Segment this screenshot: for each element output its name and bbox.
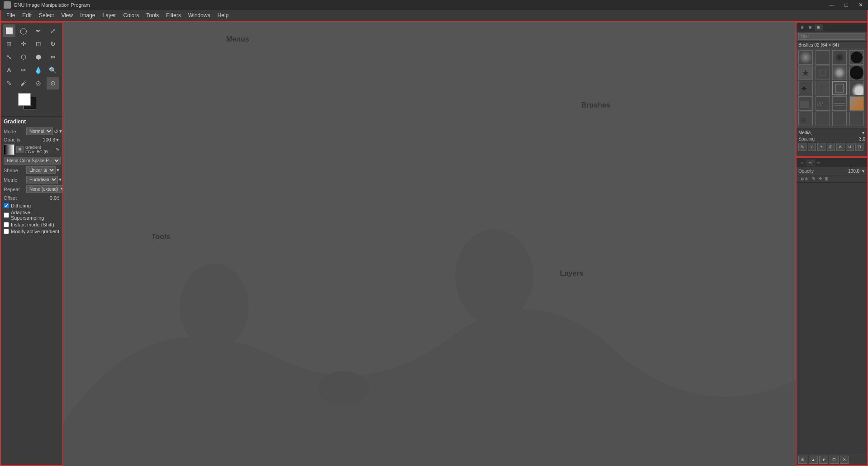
menu-file[interactable]: File — [3, 11, 19, 19]
brush-filter-input[interactable] — [798, 33, 865, 40]
brushes-tab-3[interactable]: ≡ — [815, 24, 823, 31]
brush-edit-icon[interactable]: ✎ — [798, 143, 806, 151]
tool-zoom[interactable]: 🔍 — [47, 64, 59, 76]
tool-free-select[interactable]: ✒ — [32, 24, 45, 37]
shape-select[interactable]: Linear ⊞ — [26, 166, 56, 174]
brush-item[interactable] — [849, 81, 864, 95]
layers-new-from-visible[interactable]: ⊕ — [798, 456, 807, 464]
tool-paintbrush[interactable]: 🖌 — [17, 77, 30, 89]
brush-duplicate-icon[interactable]: ⊡ — [855, 143, 863, 151]
menu-tools[interactable]: Tools — [142, 11, 162, 19]
brush-item[interactable] — [849, 50, 864, 65]
tool-eraser[interactable]: ⊘ — [32, 77, 45, 89]
minimize-button[interactable]: — — [825, 0, 839, 10]
instant-checkbox[interactable] — [4, 222, 9, 227]
brush-item[interactable] — [849, 66, 864, 80]
brush-item[interactable] — [832, 81, 847, 95]
canvas-area[interactable]: Tools — [63, 22, 796, 466]
brush-item[interactable]: ▓▓ — [798, 96, 813, 111]
brush-item[interactable] — [832, 112, 847, 126]
tool-shear[interactable]: ⬡ — [17, 51, 30, 63]
shape-arrow[interactable]: ▼ — [56, 168, 60, 173]
modify-gradient-checkbox[interactable] — [4, 229, 9, 234]
blend-color-space-select[interactable]: Blend Color Space P... — [4, 157, 61, 165]
mode-arrow[interactable]: ▼ — [58, 129, 62, 134]
brush-item[interactable] — [832, 50, 847, 65]
brush-media-dropdown[interactable]: ▼ — [861, 131, 865, 135]
offset-spinner[interactable]: ▲▼ — [57, 195, 60, 201]
tool-align[interactable]: ⊞ — [3, 38, 15, 50]
brush-item[interactable] — [816, 66, 830, 80]
close-button[interactable]: ✕ — [854, 0, 868, 10]
foreground-color-swatch[interactable] — [18, 93, 31, 106]
tool-paths[interactable]: ✏ — [17, 64, 30, 76]
layers-lock-move-icon[interactable]: ✛ — [818, 176, 822, 181]
mode-select[interactable]: Normal — [26, 127, 53, 135]
tool-crop[interactable]: ⊡ — [32, 38, 45, 50]
menu-image[interactable]: Image — [76, 11, 99, 19]
brush-item[interactable] — [832, 96, 847, 111]
brush-item[interactable]: ⋮⋮ — [816, 81, 830, 95]
layers-tab-3[interactable]: ≡ — [815, 160, 823, 166]
brush-item[interactable] — [816, 50, 830, 65]
menu-filters[interactable]: Filters — [162, 11, 185, 19]
brush-item[interactable] — [832, 66, 847, 80]
menu-layer[interactable]: Layer — [99, 11, 120, 19]
brush-grid-icon[interactable]: ⊞ — [827, 143, 835, 151]
brush-item[interactable]: ⊕ — [798, 112, 813, 126]
brush-item[interactable] — [798, 50, 813, 65]
menu-help[interactable]: Help — [214, 11, 232, 19]
gradient-chain-icon[interactable]: ⛓ — [16, 146, 24, 153]
gradient-edit-icon[interactable]: ✎ — [56, 147, 60, 153]
layers-tab-2[interactable]: ≡ — [806, 160, 815, 166]
menu-view[interactable]: View — [57, 11, 76, 19]
svg-rect-5 — [820, 70, 825, 75]
tool-rotate[interactable]: ↻ — [47, 38, 59, 50]
layers-duplicate[interactable]: ⊡ — [830, 456, 839, 464]
tool-move[interactable]: ✛ — [17, 38, 30, 50]
menu-windows[interactable]: Windows — [185, 11, 214, 19]
dithering-checkbox[interactable] — [4, 203, 9, 208]
gradient-thumbnail[interactable] — [4, 144, 14, 155]
tool-flip[interactable]: ⇔ — [47, 51, 59, 63]
layers-tab-1[interactable]: ≡ — [798, 160, 806, 166]
menu-select[interactable]: Select — [35, 11, 57, 19]
brush-add-icon[interactable]: + — [817, 143, 825, 151]
tool-fuzzy-select[interactable]: ⤢ — [47, 24, 59, 37]
tool-rectangle-select[interactable]: ⬜ — [3, 24, 15, 37]
brushes-tab-2[interactable]: ≡ — [806, 24, 815, 31]
brush-item[interactable] — [798, 66, 813, 80]
layers-delete[interactable]: ✕ — [840, 456, 849, 464]
mode-reset[interactable]: ↺ — [54, 128, 58, 135]
repeat-select[interactable]: None (extend) — [26, 185, 62, 193]
layers-lock-alpha-icon[interactable]: ⊞ — [825, 176, 828, 181]
brush-refresh-icon[interactable]: ↺ — [846, 143, 854, 151]
tool-airbrush[interactable]: ⊙ — [47, 77, 59, 89]
maximize-button[interactable]: □ — [839, 0, 854, 10]
layers-raise[interactable]: ▲ — [809, 456, 818, 464]
metric-arrow[interactable]: ▼ — [58, 177, 62, 182]
metric-select[interactable]: Euclidean — [26, 176, 58, 184]
tool-scale[interactable]: ⤡ — [3, 51, 15, 63]
tool-text[interactable]: A — [3, 64, 15, 76]
tool-perspective[interactable]: ⬢ — [32, 51, 45, 63]
brush-slash-icon[interactable]: / — [808, 143, 816, 151]
brush-item[interactable]: //// — [816, 96, 830, 111]
tool-ellipse-select[interactable]: ◯ — [17, 24, 30, 37]
brush-item[interactable] — [816, 112, 830, 126]
adaptive-checkbox[interactable] — [4, 212, 9, 218]
tool-pencil[interactable]: ✎ — [3, 77, 15, 89]
menu-colors[interactable]: Colors — [120, 11, 143, 19]
brush-item[interactable]: ✦ — [798, 81, 813, 95]
brush-item[interactable] — [849, 96, 864, 111]
tool-colorpicker[interactable]: 💧 — [32, 64, 45, 76]
menu-edit[interactable]: Edit — [19, 11, 35, 19]
brush-delete-icon[interactable]: ✕ — [836, 143, 844, 151]
layers-lower[interactable]: ▼ — [819, 456, 828, 464]
opacity-arrow[interactable]: ▼ — [55, 137, 60, 142]
blend-color-arrow[interactable]: ▼ — [62, 158, 62, 163]
layers-opacity-spinner[interactable]: ▼ — [861, 169, 865, 174]
brushes-tab-1[interactable]: ≡ — [798, 24, 806, 31]
layers-lock-edit-icon[interactable]: ✎ — [812, 176, 816, 181]
brush-item[interactable] — [849, 112, 864, 126]
